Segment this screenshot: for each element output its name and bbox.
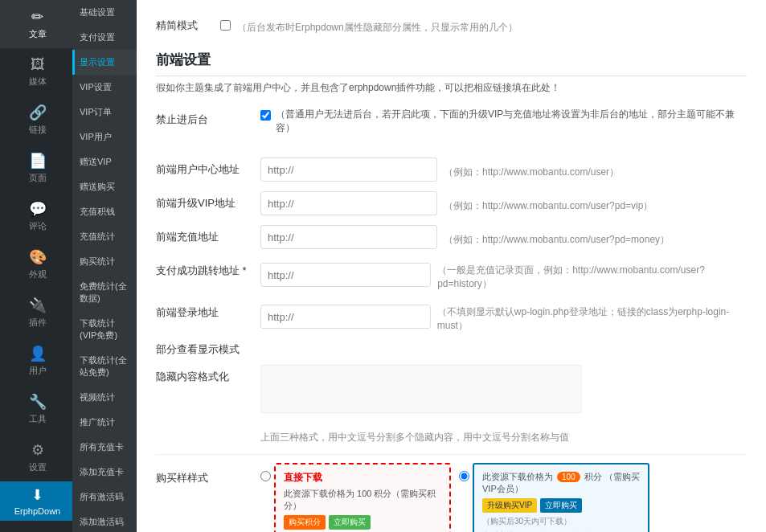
hidden-format-area[interactable] — [260, 365, 582, 413]
recharge-url-row: 前端充值地址 （例如：http://www.mobantu.com/user?p… — [156, 225, 747, 249]
comment-icon: 💬 — [29, 200, 47, 218]
sidebar-item-user[interactable]: 👤 用户 — [0, 337, 72, 385]
login-url-row: 前端登录地址 （不填则显示默认wp-login.php登录地址；链接的class… — [156, 301, 747, 333]
card1-download-btn[interactable]: 立即购买 — [329, 515, 371, 530]
sub-sidebar: 基础设置 支付设置 显示设置 VIP设置 VIP订单 VIP用户 赠送VIP 赠… — [72, 0, 137, 532]
sidebar-item-appearance[interactable]: 🎨 外观 — [0, 240, 72, 289]
login-label: 前端登录地址 — [156, 301, 260, 320]
purchase-radio-2[interactable] — [459, 471, 469, 481]
sidebar-item-media[interactable]: 🖼 媒体 — [0, 48, 72, 96]
login-hint: （不填则显示默认wp-login.php登录地址；链接的class为erphp-… — [437, 301, 747, 333]
sub-item-view-stat[interactable]: 视频统计 — [72, 385, 137, 410]
sub-item-vip-order[interactable]: VIP订单 — [72, 100, 137, 125]
sidebar-label-link: 链接 — [29, 124, 47, 136]
sub-item-download-stat2[interactable]: 下载统计(全站免费) — [72, 348, 137, 385]
format-note: 上面三种格式，用中文逗号分割多个隐藏内容，用中文逗号分割名称与值 — [260, 431, 747, 444]
sidebar-label-user: 用户 — [29, 365, 47, 377]
sub-item-all-recharge[interactable]: 所有充值卡 — [72, 435, 137, 460]
tool-icon: 🔧 — [29, 393, 47, 411]
card2-buttons: 升级购买VIP 立即购买 （购买后30天内可下载） — [482, 498, 640, 527]
purchase-option-2: 此资源下载价格为 100 积分 （需购买VIP会员） 升级购买VIP 立即购买 … — [459, 463, 649, 532]
success-redirect-hint: （一般是充值记录页面，例如：http://www.mobantu.com/use… — [437, 259, 747, 291]
disable-backend-checkbox[interactable] — [260, 110, 271, 121]
sub-item-buy[interactable]: 赠送购买 — [72, 174, 137, 199]
sub-item-recharge-stat[interactable]: 充值统计 — [72, 224, 137, 249]
recharge-input[interactable] — [260, 225, 437, 249]
sub-item-recharge[interactable]: 充值积钱 — [72, 199, 137, 224]
sidebar-item-write[interactable]: ✏ 文章 — [0, 0, 72, 48]
media-icon: 🖼 — [31, 56, 45, 73]
sub-item-display[interactable]: 显示设置 — [72, 50, 137, 75]
page-icon: 📄 — [29, 152, 47, 170]
sub-item-vip-user[interactable]: VIP用户 — [72, 125, 137, 149]
hidden-format-row: 隐藏内容格式化 — [156, 365, 747, 421]
sub-item-gift-vip[interactable]: 赠送VIP — [72, 149, 137, 174]
vip-upgrade-input[interactable] — [260, 191, 437, 215]
sub-item-add-recharge[interactable]: 添加充值卡 — [72, 460, 137, 485]
disable-backend-hint: （普通用户无法进后台，若开启此项，下面的升级VIP与充值地址将设置为非后台的地址… — [276, 108, 747, 135]
frontend-section-title: 前端设置 — [156, 51, 747, 76]
success-redirect-input[interactable] — [260, 263, 431, 287]
success-redirect-label: 支付成功跳转地址 * — [156, 259, 260, 278]
sidebar-label-appearance: 外观 — [29, 268, 47, 280]
sub-item-buy-stat[interactable]: 购买统计 — [72, 249, 137, 274]
success-redirect-row: 支付成功跳转地址 * （一般是充值记录页面，例如：http://www.moba… — [156, 259, 747, 291]
sidebar-item-erphpdown[interactable]: ⬇ ErphpDown — [0, 481, 72, 521]
user-center-hint: （例如：http://www.mobantu.com/user） — [444, 161, 619, 179]
sidebar-item-comment[interactable]: 💬 评论 — [0, 192, 72, 240]
user-center-input[interactable] — [260, 158, 437, 182]
recharge-hint: （例如：http://www.mobantu.com/user?pd=money… — [444, 228, 670, 247]
purchase-card-2: 此资源下载价格为 100 积分 （需购买VIP会员） 升级购买VIP 立即购买 … — [473, 463, 649, 532]
sidebar-label-page: 页面 — [29, 172, 47, 184]
link-icon: 🔗 — [29, 104, 47, 121]
card1-buy-btn[interactable]: 购买积分 — [284, 515, 326, 530]
sidebar-label-setting: 设置 — [29, 461, 47, 473]
sidebar-item-plugin[interactable]: 🔌 插件 — [0, 289, 72, 337]
precision-checkbox[interactable] — [220, 20, 231, 31]
login-input[interactable] — [260, 305, 431, 329]
user-center-label: 前端用户中心地址 — [156, 158, 260, 177]
user-center-row: 前端用户中心地址 （例如：http://www.mobantu.com/user… — [156, 158, 747, 182]
sidebar-item-link[interactable]: 🔗 链接 — [0, 96, 72, 144]
main-content: 精简模式 （后台发布时Erphpdown属性隐藏部分属性，只显示常用的几个） 前… — [137, 0, 766, 532]
sub-item-add-activate[interactable]: 添加激活码 — [72, 509, 137, 532]
vip-upgrade-url-row: 前端升级VIP地址 （例如：http://www.mobantu.com/use… — [156, 191, 747, 215]
sidebar-item-tool[interactable]: 🔧 工具 — [0, 385, 72, 433]
purchase-style-row: 购买样样式 直接下载 此资源下载价格为 100 积分（需购买积分） 购买积分 立… — [156, 463, 747, 532]
appearance-icon: 🎨 — [29, 248, 47, 266]
radio-cards: 直接下载 此资源下载价格为 100 积分（需购买积分） 购买积分 立即购买 购买… — [260, 463, 649, 532]
plugin-icon: 🔌 — [29, 297, 47, 314]
display-mode-label: 部分查看显示模式 — [156, 342, 260, 357]
sidebar-item-setting[interactable]: ⚙ 设置 — [0, 433, 72, 481]
sub-item-basic[interactable]: 基础设置 — [72, 0, 137, 25]
sub-item-promote-stat[interactable]: 推广统计 — [72, 410, 137, 435]
user-icon: 👤 — [29, 345, 47, 362]
card2-score: 此资源下载价格为 100 积分 （需购买VIP会员） — [482, 471, 640, 495]
disable-backend-label: 禁止进后台 — [156, 108, 260, 127]
sub-item-payment[interactable]: 支付设置 — [72, 25, 137, 50]
purchase-radio-1[interactable] — [260, 471, 271, 481]
sidebar-item-page[interactable]: 📄 页面 — [0, 144, 72, 192]
card2-download-btn[interactable]: 立即购买 — [540, 498, 582, 513]
disable-backend-row: 禁止进后台 （普通用户无法进后台，若开启此项，下面的升级VIP与充值地址将设置为… — [156, 108, 747, 148]
card1-buttons: 购买积分 立即购买 — [284, 515, 441, 530]
precision-mode-row: 精简模式 （后台发布时Erphpdown属性隐藏部分属性，只显示常用的几个） — [156, 16, 747, 35]
setting-icon: ⚙ — [31, 441, 44, 459]
card2-score-unit: 积分 — [584, 472, 602, 481]
card2-upgrade-btn[interactable]: 升级购买VIP — [482, 498, 537, 513]
sub-item-download-stat1[interactable]: 下载统计(VIP免费) — [72, 311, 137, 348]
vip-upgrade-hint: （例如：http://www.mobantu.com/user?pd=vip） — [444, 194, 653, 213]
precision-label: 精简模式 — [156, 18, 220, 33]
sidebar-label-erphpdown: ErphpDown — [14, 506, 60, 516]
sub-item-free-stat[interactable]: 免费统计(全数据) — [72, 274, 137, 311]
sidebar-label-comment: 评论 — [29, 220, 47, 232]
erphpdown-icon: ⬇ — [31, 486, 43, 504]
recharge-control: （例如：http://www.mobantu.com/user?pd=money… — [260, 225, 747, 249]
write-icon: ✏ — [31, 8, 43, 26]
card2-hint: （购买后30天内可下载） — [482, 516, 571, 527]
sidebar-label-plugin: 插件 — [29, 317, 47, 329]
hidden-format-label: 隐藏内容格式化 — [156, 365, 260, 384]
sub-item-vip[interactable]: VIP设置 — [72, 75, 137, 100]
sub-item-all-activate[interactable]: 所有激活码 — [72, 485, 137, 509]
main-sidebar: ✏ 文章 🖼 媒体 🔗 链接 📄 页面 💬 评论 🎨 外观 🔌 插件 👤 用户 … — [0, 0, 72, 532]
